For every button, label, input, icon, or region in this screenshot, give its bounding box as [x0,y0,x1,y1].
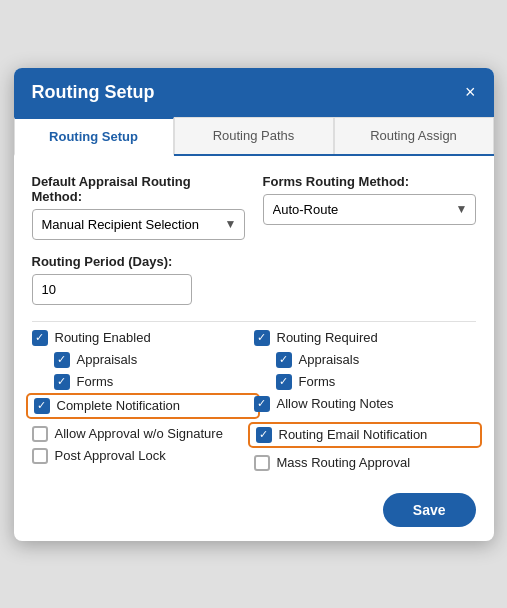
forms-routing-group: Forms Routing Method: Auto-Route ▼ [263,174,476,240]
routing-period-input[interactable] [32,274,192,305]
checkmark-icon: ✓ [279,354,288,365]
checkmark-icon: ✓ [257,398,266,409]
cb-complete-notification[interactable]: ✓ [34,398,50,414]
checkbox-col-left: ✓ Routing Enabled ✓ Appraisals ✓ Forms [32,330,254,471]
checkbox-complete-notification[interactable]: ✓ Complete Notification [26,393,260,419]
checkbox-post-approval-lock[interactable]: Post Approval Lock [32,448,254,464]
tab-routing-paths[interactable]: Routing Paths [174,117,334,154]
checkmark-icon: ✓ [257,332,266,343]
cb-forms-1-label: Forms [77,374,114,389]
default-routing-group: Default Appraisal Routing Method: Manual… [32,174,245,240]
checkmark-icon: ✓ [57,376,66,387]
modal-footer: Save [14,483,494,541]
routing-setup-modal: Routing Setup × Routing Setup Routing Pa… [14,68,494,541]
modal-body: Default Appraisal Routing Method: Manual… [14,156,494,483]
checkbox-forms-2[interactable]: ✓ Forms [276,374,476,390]
tab-routing-setup[interactable]: Routing Setup [14,117,174,156]
forms-routing-label: Forms Routing Method: [263,174,476,189]
forms-routing-select[interactable]: Auto-Route [263,194,476,225]
cb-complete-notification-label: Complete Notification [57,398,181,413]
cb-post-approval-lock-label: Post Approval Lock [55,448,166,463]
default-routing-label: Default Appraisal Routing Method: [32,174,245,204]
cb-post-approval-lock[interactable] [32,448,48,464]
checkbox-allow-approval[interactable]: Allow Approval w/o Signature [32,426,254,442]
checkbox-appraisals-2[interactable]: ✓ Appraisals [276,352,476,368]
modal-title: Routing Setup [32,82,155,103]
cb-mass-routing-approval-label: Mass Routing Approval [277,455,411,470]
routing-period-label: Routing Period (Days): [32,254,476,269]
checkbox-routing-required[interactable]: ✓ Routing Required [254,330,476,346]
checkmark-icon: ✓ [35,332,44,343]
checkbox-mass-routing-approval[interactable]: Mass Routing Approval [254,455,476,471]
checkmark-icon: ✓ [57,354,66,365]
divider [32,321,476,322]
close-button[interactable]: × [465,83,476,101]
cb-forms-1[interactable]: ✓ [54,374,70,390]
checkmark-icon: ✓ [37,400,46,411]
checkbox-routing-enabled[interactable]: ✓ Routing Enabled [32,330,254,346]
cb-routing-enabled[interactable]: ✓ [32,330,48,346]
checkbox-allow-routing-notes[interactable]: ✓ Allow Routing Notes [254,396,476,412]
checkbox-columns: ✓ Routing Enabled ✓ Appraisals ✓ Forms [32,330,476,471]
default-routing-select[interactable]: Manual Recipient Selection [32,209,245,240]
checkboxes-section: ✓ Routing Enabled ✓ Appraisals ✓ Forms [32,330,476,471]
checkmark-icon: ✓ [279,376,288,387]
cb-allow-approval[interactable] [32,426,48,442]
cb-mass-routing-approval[interactable] [254,455,270,471]
cb-routing-required-label: Routing Required [277,330,378,345]
cb-appraisals-1-label: Appraisals [77,352,138,367]
cb-forms-2-label: Forms [299,374,336,389]
cb-routing-email-notification-label: Routing Email Notification [279,427,428,442]
checkmark-icon: ✓ [259,429,268,440]
checkbox-routing-email-notification[interactable]: ✓ Routing Email Notification [248,422,482,448]
checkbox-appraisals-1[interactable]: ✓ Appraisals [54,352,254,368]
forms-routing-select-wrap: Auto-Route ▼ [263,194,476,225]
cb-routing-enabled-label: Routing Enabled [55,330,151,345]
tab-routing-assign[interactable]: Routing Assign [334,117,494,154]
cb-forms-2[interactable]: ✓ [276,374,292,390]
routing-methods-row: Default Appraisal Routing Method: Manual… [32,174,476,240]
default-routing-select-wrap: Manual Recipient Selection ▼ [32,209,245,240]
cb-allow-routing-notes-label: Allow Routing Notes [277,396,394,411]
cb-routing-email-notification[interactable]: ✓ [256,427,272,443]
cb-appraisals-2-label: Appraisals [299,352,360,367]
checkbox-forms-1[interactable]: ✓ Forms [54,374,254,390]
save-button[interactable]: Save [383,493,476,527]
checkbox-col-right: ✓ Routing Required ✓ Appraisals ✓ Forms [254,330,476,471]
cb-allow-approval-label: Allow Approval w/o Signature [55,426,223,441]
tab-bar: Routing Setup Routing Paths Routing Assi… [14,117,494,156]
modal-header: Routing Setup × [14,68,494,117]
cb-allow-routing-notes[interactable]: ✓ [254,396,270,412]
cb-routing-required[interactable]: ✓ [254,330,270,346]
cb-appraisals-2[interactable]: ✓ [276,352,292,368]
cb-appraisals-1[interactable]: ✓ [54,352,70,368]
routing-period-group: Routing Period (Days): [32,254,476,305]
